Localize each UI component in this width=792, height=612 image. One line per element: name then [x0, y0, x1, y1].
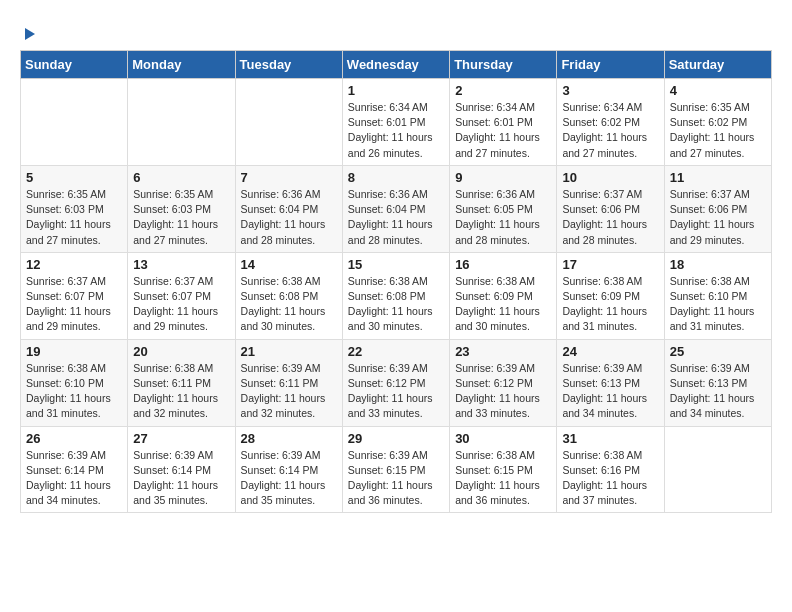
day-number: 7: [241, 170, 337, 185]
day-number: 30: [455, 431, 551, 446]
calendar-cell: 6Sunrise: 6:35 AM Sunset: 6:03 PM Daylig…: [128, 165, 235, 252]
day-number: 11: [670, 170, 766, 185]
day-number: 24: [562, 344, 658, 359]
day-info: Sunrise: 6:38 AM Sunset: 6:08 PM Dayligh…: [348, 274, 444, 335]
calendar-cell: 21Sunrise: 6:39 AM Sunset: 6:11 PM Dayli…: [235, 339, 342, 426]
day-number: 22: [348, 344, 444, 359]
calendar-cell: 19Sunrise: 6:38 AM Sunset: 6:10 PM Dayli…: [21, 339, 128, 426]
weekday-header-friday: Friday: [557, 51, 664, 79]
day-info: Sunrise: 6:39 AM Sunset: 6:13 PM Dayligh…: [562, 361, 658, 422]
weekday-header-thursday: Thursday: [450, 51, 557, 79]
day-info: Sunrise: 6:39 AM Sunset: 6:14 PM Dayligh…: [133, 448, 229, 509]
day-number: 8: [348, 170, 444, 185]
day-info: Sunrise: 6:38 AM Sunset: 6:10 PM Dayligh…: [26, 361, 122, 422]
day-info: Sunrise: 6:36 AM Sunset: 6:04 PM Dayligh…: [348, 187, 444, 248]
day-info: Sunrise: 6:37 AM Sunset: 6:07 PM Dayligh…: [133, 274, 229, 335]
day-number: 13: [133, 257, 229, 272]
calendar-week-row: 5Sunrise: 6:35 AM Sunset: 6:03 PM Daylig…: [21, 165, 772, 252]
calendar-cell: 18Sunrise: 6:38 AM Sunset: 6:10 PM Dayli…: [664, 252, 771, 339]
day-number: 15: [348, 257, 444, 272]
calendar-cell: 3Sunrise: 6:34 AM Sunset: 6:02 PM Daylig…: [557, 79, 664, 166]
calendar-week-row: 12Sunrise: 6:37 AM Sunset: 6:07 PM Dayli…: [21, 252, 772, 339]
day-number: 3: [562, 83, 658, 98]
day-number: 29: [348, 431, 444, 446]
day-number: 23: [455, 344, 551, 359]
svg-marker-0: [25, 28, 35, 40]
day-info: Sunrise: 6:35 AM Sunset: 6:03 PM Dayligh…: [26, 187, 122, 248]
day-number: 21: [241, 344, 337, 359]
calendar-cell: 8Sunrise: 6:36 AM Sunset: 6:04 PM Daylig…: [342, 165, 449, 252]
day-number: 12: [26, 257, 122, 272]
calendar-cell: 20Sunrise: 6:38 AM Sunset: 6:11 PM Dayli…: [128, 339, 235, 426]
day-number: 26: [26, 431, 122, 446]
day-info: Sunrise: 6:37 AM Sunset: 6:06 PM Dayligh…: [562, 187, 658, 248]
day-number: 17: [562, 257, 658, 272]
calendar-cell: 27Sunrise: 6:39 AM Sunset: 6:14 PM Dayli…: [128, 426, 235, 513]
calendar-cell: 10Sunrise: 6:37 AM Sunset: 6:06 PM Dayli…: [557, 165, 664, 252]
day-number: 10: [562, 170, 658, 185]
calendar-cell: 17Sunrise: 6:38 AM Sunset: 6:09 PM Dayli…: [557, 252, 664, 339]
calendar-cell: [128, 79, 235, 166]
calendar-cell: [21, 79, 128, 166]
calendar-cell: 30Sunrise: 6:38 AM Sunset: 6:15 PM Dayli…: [450, 426, 557, 513]
logo-arrow-icon: [21, 26, 39, 42]
calendar-cell: 2Sunrise: 6:34 AM Sunset: 6:01 PM Daylig…: [450, 79, 557, 166]
calendar-cell: 31Sunrise: 6:38 AM Sunset: 6:16 PM Dayli…: [557, 426, 664, 513]
day-info: Sunrise: 6:38 AM Sunset: 6:10 PM Dayligh…: [670, 274, 766, 335]
calendar-cell: 22Sunrise: 6:39 AM Sunset: 6:12 PM Dayli…: [342, 339, 449, 426]
day-number: 14: [241, 257, 337, 272]
day-info: Sunrise: 6:38 AM Sunset: 6:09 PM Dayligh…: [562, 274, 658, 335]
day-info: Sunrise: 6:38 AM Sunset: 6:08 PM Dayligh…: [241, 274, 337, 335]
day-number: 27: [133, 431, 229, 446]
day-info: Sunrise: 6:38 AM Sunset: 6:11 PM Dayligh…: [133, 361, 229, 422]
day-info: Sunrise: 6:37 AM Sunset: 6:07 PM Dayligh…: [26, 274, 122, 335]
day-number: 19: [26, 344, 122, 359]
day-number: 1: [348, 83, 444, 98]
calendar-cell: 4Sunrise: 6:35 AM Sunset: 6:02 PM Daylig…: [664, 79, 771, 166]
day-info: Sunrise: 6:39 AM Sunset: 6:12 PM Dayligh…: [348, 361, 444, 422]
day-info: Sunrise: 6:35 AM Sunset: 6:02 PM Dayligh…: [670, 100, 766, 161]
day-info: Sunrise: 6:35 AM Sunset: 6:03 PM Dayligh…: [133, 187, 229, 248]
day-number: 6: [133, 170, 229, 185]
header-row: [20, 20, 772, 42]
calendar-cell: 15Sunrise: 6:38 AM Sunset: 6:08 PM Dayli…: [342, 252, 449, 339]
calendar-cell: 1Sunrise: 6:34 AM Sunset: 6:01 PM Daylig…: [342, 79, 449, 166]
calendar-cell: 11Sunrise: 6:37 AM Sunset: 6:06 PM Dayli…: [664, 165, 771, 252]
day-info: Sunrise: 6:38 AM Sunset: 6:09 PM Dayligh…: [455, 274, 551, 335]
calendar-cell: 14Sunrise: 6:38 AM Sunset: 6:08 PM Dayli…: [235, 252, 342, 339]
calendar-table: SundayMondayTuesdayWednesdayThursdayFrid…: [20, 50, 772, 513]
calendar-week-row: 19Sunrise: 6:38 AM Sunset: 6:10 PM Dayli…: [21, 339, 772, 426]
day-info: Sunrise: 6:36 AM Sunset: 6:05 PM Dayligh…: [455, 187, 551, 248]
day-number: 2: [455, 83, 551, 98]
day-info: Sunrise: 6:39 AM Sunset: 6:11 PM Dayligh…: [241, 361, 337, 422]
day-info: Sunrise: 6:39 AM Sunset: 6:13 PM Dayligh…: [670, 361, 766, 422]
day-info: Sunrise: 6:39 AM Sunset: 6:14 PM Dayligh…: [26, 448, 122, 509]
calendar-cell: 5Sunrise: 6:35 AM Sunset: 6:03 PM Daylig…: [21, 165, 128, 252]
calendar-cell: [664, 426, 771, 513]
day-number: 16: [455, 257, 551, 272]
weekday-header-monday: Monday: [128, 51, 235, 79]
day-info: Sunrise: 6:36 AM Sunset: 6:04 PM Dayligh…: [241, 187, 337, 248]
calendar-week-row: 26Sunrise: 6:39 AM Sunset: 6:14 PM Dayli…: [21, 426, 772, 513]
calendar-cell: 25Sunrise: 6:39 AM Sunset: 6:13 PM Dayli…: [664, 339, 771, 426]
calendar-cell: 28Sunrise: 6:39 AM Sunset: 6:14 PM Dayli…: [235, 426, 342, 513]
day-number: 4: [670, 83, 766, 98]
calendar-cell: 26Sunrise: 6:39 AM Sunset: 6:14 PM Dayli…: [21, 426, 128, 513]
day-info: Sunrise: 6:39 AM Sunset: 6:14 PM Dayligh…: [241, 448, 337, 509]
weekday-header-wednesday: Wednesday: [342, 51, 449, 79]
day-info: Sunrise: 6:37 AM Sunset: 6:06 PM Dayligh…: [670, 187, 766, 248]
weekday-header-row: SundayMondayTuesdayWednesdayThursdayFrid…: [21, 51, 772, 79]
day-info: Sunrise: 6:39 AM Sunset: 6:12 PM Dayligh…: [455, 361, 551, 422]
logo: [20, 20, 39, 42]
calendar-cell: 12Sunrise: 6:37 AM Sunset: 6:07 PM Dayli…: [21, 252, 128, 339]
day-number: 9: [455, 170, 551, 185]
calendar-cell: 13Sunrise: 6:37 AM Sunset: 6:07 PM Dayli…: [128, 252, 235, 339]
day-info: Sunrise: 6:34 AM Sunset: 6:01 PM Dayligh…: [455, 100, 551, 161]
weekday-header-saturday: Saturday: [664, 51, 771, 79]
calendar-cell: [235, 79, 342, 166]
calendar-cell: 29Sunrise: 6:39 AM Sunset: 6:15 PM Dayli…: [342, 426, 449, 513]
calendar-cell: 23Sunrise: 6:39 AM Sunset: 6:12 PM Dayli…: [450, 339, 557, 426]
day-info: Sunrise: 6:34 AM Sunset: 6:02 PM Dayligh…: [562, 100, 658, 161]
calendar-cell: 16Sunrise: 6:38 AM Sunset: 6:09 PM Dayli…: [450, 252, 557, 339]
day-info: Sunrise: 6:38 AM Sunset: 6:15 PM Dayligh…: [455, 448, 551, 509]
